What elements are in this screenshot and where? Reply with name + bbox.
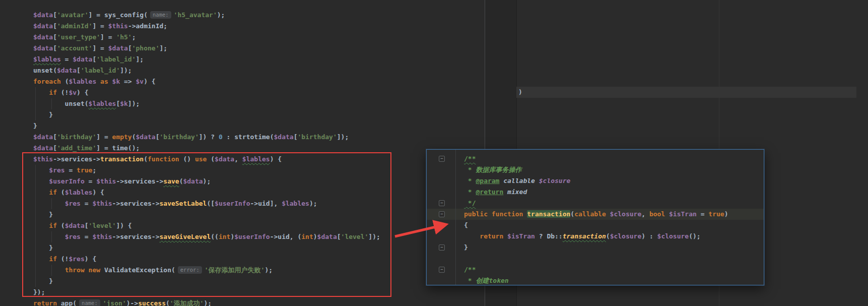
code-token: =	[85, 177, 96, 185]
code-token: $v	[136, 78, 144, 85]
code-line[interactable]: });	[33, 287, 485, 298]
code-line[interactable]: throw new ValidateException(error:'保存添加用…	[33, 265, 485, 276]
code-token	[33, 233, 65, 240]
code-line[interactable]: unset($lables[$k]);	[33, 98, 485, 109]
code-token: [	[85, 222, 89, 229]
code-line[interactable]: }	[33, 120, 485, 132]
code-token: $lables	[282, 200, 309, 207]
code-token: ) {	[85, 255, 96, 263]
code-token: true	[77, 166, 92, 174]
code-line[interactable]: }	[33, 109, 485, 120]
code-line[interactable]: {	[464, 220, 764, 231]
code-line[interactable]: $data['account'] = $data['phone'];	[33, 43, 485, 54]
code-line[interactable]: if (!$v) {	[33, 87, 485, 98]
code-line[interactable]: $res = $this->services->saveSetLabel([$u…	[33, 198, 485, 209]
code-token: $isTran	[669, 210, 697, 218]
code-line[interactable]: return $isTran ? Db::transaction($closur…	[464, 231, 764, 242]
code-line[interactable]: $data['avatar'] = sys_config(name:'h5_av…	[33, 10, 485, 21]
code-token: }	[33, 122, 37, 130]
code-token: *	[464, 166, 476, 173]
code-line[interactable]: * @param callable $closure	[464, 175, 764, 187]
code-token: ] = sys_config(	[89, 11, 148, 19]
code-line[interactable]: $lables = $data['label_id'];	[33, 54, 485, 65]
code-line[interactable]	[464, 253, 764, 264]
code-token: ((	[211, 233, 219, 240]
code-token: ) :	[641, 232, 657, 240]
fold-icon[interactable]: −	[439, 200, 445, 206]
code-token: /**	[464, 155, 476, 162]
code-line[interactable]: /**	[464, 264, 764, 275]
code-line[interactable]: $data['user_type'] = 'h5';	[33, 32, 485, 43]
code-token: 'adminId'	[57, 22, 92, 30]
code-token: $closure	[610, 232, 642, 240]
code-token: (	[132, 133, 136, 141]
code-token: ]);	[120, 67, 131, 74]
current-line-highlight[interactable]: )	[516, 87, 856, 98]
code-line[interactable]: public function transaction(callable $cl…	[427, 209, 764, 220]
code-token: [	[156, 133, 160, 141]
code-token: $lables	[242, 155, 270, 163]
code-token: (	[61, 222, 65, 229]
code-token: });	[33, 288, 45, 296]
code-token: (	[166, 299, 170, 306]
code-line[interactable]: $data['add_time'] = time();	[33, 143, 485, 154]
code-token: empty	[112, 133, 132, 141]
code-line[interactable]: */	[464, 198, 764, 209]
code-token: ->adminId;	[128, 22, 167, 30]
code-token: int	[301, 233, 313, 240]
quick-definition-popup[interactable]: /** * 数据库事务操作 * @param callable $closure…	[426, 149, 764, 285]
code-line[interactable]: $userInfo = $this->services->save($data)…	[33, 176, 485, 187]
code-token: $data	[317, 233, 337, 240]
code-line[interactable]: }	[33, 209, 485, 220]
code-token: : strtotime(	[223, 133, 274, 141]
code-line[interactable]: $data['birthday'] = empty($data['birthda…	[33, 132, 485, 143]
code-token: ];	[136, 55, 144, 63]
fold-icon[interactable]: −	[439, 267, 445, 273]
code-token: $data	[108, 44, 128, 52]
code-token: ? Db::	[535, 232, 563, 240]
code-token: $data	[136, 133, 156, 141]
code-line[interactable]: }	[464, 242, 764, 253]
code-token: if	[49, 255, 60, 263]
code-line[interactable]: foreach ($lables as $k => $v) {	[33, 76, 485, 87]
code-token: $lables	[89, 100, 116, 107]
fold-icon[interactable]: −	[439, 211, 445, 217]
code-line[interactable]: /**	[464, 153, 764, 164]
code-line[interactable]: * 数据库事务操作	[464, 164, 764, 175]
code-token: callable	[574, 210, 610, 218]
code-token: 'label_id'	[96, 55, 136, 63]
code-line[interactable]: if ($data['level']) {	[33, 220, 485, 231]
code-line[interactable]: * @return mixed	[464, 187, 764, 198]
code-line[interactable]: $res = true;	[33, 165, 485, 176]
code-token: $v	[69, 89, 77, 96]
fold-icon[interactable]: −	[439, 244, 445, 251]
code-token: $closure	[539, 177, 571, 185]
code-line[interactable]: if ($lables) {	[33, 187, 485, 198]
code-line[interactable]: }	[33, 276, 485, 287]
code-token: ] =	[100, 33, 116, 41]
code-line[interactable]: return app(name:'json')->success('添加成功')…	[33, 298, 485, 306]
code-token: ->uid, (	[270, 233, 302, 240]
fold-icon[interactable]: −	[439, 156, 445, 162]
code-token: '添加成功'	[170, 299, 204, 306]
code-line[interactable]: $data['adminId'] = $this->adminId;	[33, 21, 485, 32]
code-line[interactable]: $res = $this->services->saveGiveLevel((i…	[33, 231, 485, 242]
code-token: if	[49, 189, 60, 196]
code-token: 数据库事务操作	[476, 166, 521, 173]
code-token: );	[217, 11, 225, 19]
code-token: )	[724, 210, 728, 218]
code-line[interactable]: if (!$res) {	[33, 254, 485, 265]
main-editor-code[interactable]: $data['avatar'] = sys_config(name:'h5_av…	[0, 0, 485, 306]
code-token: $lables	[69, 78, 96, 85]
code-token: (	[606, 232, 610, 240]
code-token: =	[81, 233, 92, 240]
code-token: ValidateException(	[104, 266, 175, 274]
code-token: ->services->	[112, 200, 160, 207]
code-token: 'json'	[103, 299, 126, 306]
code-line[interactable]: }	[33, 242, 485, 254]
inlay-hint-chip: name:	[150, 11, 171, 19]
popup-code[interactable]: /** * 数据库事务操作 * @param callable $closure…	[427, 153, 764, 285]
code-line[interactable]: unset($data['label_id']);	[33, 65, 485, 76]
code-line[interactable]: $this->services->transaction(function ()…	[33, 154, 485, 165]
code-line[interactable]: * 创建token	[464, 275, 764, 285]
